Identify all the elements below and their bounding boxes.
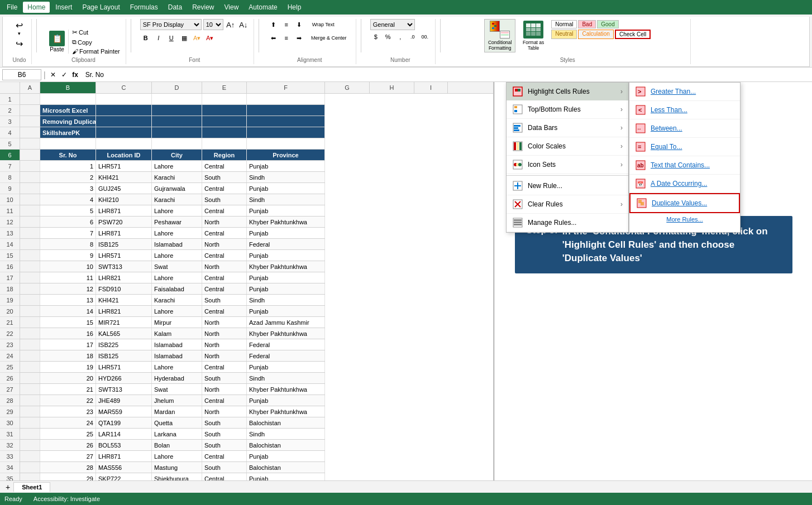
row-number[interactable]: 2 xyxy=(0,105,20,116)
name-box[interactable] xyxy=(2,69,41,80)
sub-duplicate-values[interactable]: Duplicate Values... xyxy=(629,193,740,213)
confirm-formula-button[interactable]: ✓ xyxy=(59,70,69,80)
insert-function-button[interactable]: fx xyxy=(70,70,80,80)
row-number[interactable]: 12 xyxy=(0,217,20,228)
more-rules[interactable]: More Rules... xyxy=(629,213,740,225)
wrap-text-button[interactable]: Wrap Text xyxy=(307,19,340,30)
sub-between[interactable]: ↔ Between... xyxy=(629,119,740,138)
style-bad[interactable]: Bad xyxy=(578,20,596,28)
row-number[interactable]: 4 xyxy=(0,127,20,138)
copy-button[interactable]: ⧉ Copy xyxy=(71,38,121,46)
cut-button[interactable]: ✂ Cut xyxy=(71,28,121,37)
menu-view[interactable]: View xyxy=(220,2,243,13)
style-check-cell[interactable]: Check Cell xyxy=(615,30,651,39)
border-button[interactable]: ▦ xyxy=(179,32,190,44)
align-top-button[interactable]: ⬆ xyxy=(268,19,279,30)
row-number[interactable]: 3 xyxy=(0,116,20,127)
dec-decrease-button[interactable]: 00. xyxy=(419,31,431,42)
row-number[interactable]: 29 xyxy=(0,406,20,417)
formula-input[interactable] xyxy=(83,69,810,80)
menu-file[interactable]: File xyxy=(2,2,22,13)
col-f[interactable]: F xyxy=(247,82,325,93)
cf-color-scales[interactable]: Color Scales › xyxy=(507,137,628,156)
row-number[interactable]: 24 xyxy=(0,350,20,362)
italic-button[interactable]: I xyxy=(153,32,164,44)
format-as-table-button[interactable]: Format as Table xyxy=(518,19,549,52)
style-good[interactable]: Good xyxy=(597,20,618,28)
row-number[interactable]: 13 xyxy=(0,228,20,239)
sub-greater-than[interactable]: > Greater Than... xyxy=(629,83,740,101)
col-h[interactable]: H xyxy=(370,82,414,93)
menu-insert[interactable]: Insert xyxy=(51,2,77,13)
cf-highlight-cells-rules[interactable]: Highlight Cells Rules › xyxy=(507,83,628,100)
sub-date-occurring[interactable]: 📅 A Date Occurring... xyxy=(629,175,740,193)
decrease-font-button[interactable]: A↓ xyxy=(238,19,249,30)
merge-center-button[interactable]: Merge & Center xyxy=(307,32,351,44)
row-number[interactable]: 33 xyxy=(0,451,20,462)
row-number[interactable]: 15 xyxy=(0,250,20,261)
sheet-tab-1[interactable]: Sheet1 xyxy=(13,482,50,492)
align-right-button[interactable]: ➡ xyxy=(294,32,305,44)
row-number[interactable]: 8 xyxy=(0,172,20,183)
sub-text-contains[interactable]: ab Text that Contains... xyxy=(629,156,740,175)
row-number[interactable]: 25 xyxy=(0,362,20,373)
menu-home[interactable]: Home xyxy=(23,2,50,13)
cf-new-rule[interactable]: New Rule... xyxy=(507,177,628,195)
row-number[interactable]: 32 xyxy=(0,440,20,451)
col-g[interactable]: G xyxy=(325,82,370,93)
align-left-button[interactable]: ⬅ xyxy=(268,32,279,44)
col-a[interactable]: A xyxy=(20,82,40,93)
menu-help[interactable]: Help xyxy=(283,2,306,13)
row-number[interactable]: 10 xyxy=(0,194,20,205)
cf-data-bars[interactable]: Data Bars › xyxy=(507,119,628,137)
cf-icon-sets[interactable]: Icon Sets › xyxy=(507,156,628,174)
col-i[interactable]: I xyxy=(414,82,448,93)
number-format-select[interactable]: General xyxy=(370,19,415,30)
align-center-button[interactable]: ≡ xyxy=(281,32,292,44)
col-b[interactable]: B xyxy=(40,82,96,93)
menu-review[interactable]: Review xyxy=(188,2,218,13)
row-number[interactable]: 35 xyxy=(0,473,20,480)
row-number[interactable]: 28 xyxy=(0,395,20,406)
style-normal[interactable]: Normal xyxy=(551,20,577,28)
font-family-select[interactable]: SF Pro Display xyxy=(140,19,202,30)
sub-less-than[interactable]: < Less Than... xyxy=(629,101,740,119)
currency-button[interactable]: $ xyxy=(370,31,381,42)
comma-button[interactable]: , xyxy=(395,31,406,42)
row-number[interactable]: 14 xyxy=(0,239,20,250)
col-c[interactable]: C xyxy=(96,82,152,93)
row-number[interactable]: 17 xyxy=(0,272,20,283)
row-number[interactable]: 1 xyxy=(0,94,20,105)
align-bottom-button[interactable]: ⬇ xyxy=(294,19,305,30)
menu-formulas[interactable]: Formulas xyxy=(126,2,163,13)
row-number[interactable]: 26 xyxy=(0,373,20,384)
dec-increase-button[interactable]: .0 xyxy=(407,31,418,42)
percent-button[interactable]: % xyxy=(383,31,394,42)
add-sheet-button[interactable]: + xyxy=(2,483,13,492)
row-number[interactable]: 22 xyxy=(0,328,20,339)
row-number[interactable]: 27 xyxy=(0,384,20,395)
row-number[interactable]: 23 xyxy=(0,339,20,350)
col-d[interactable]: D xyxy=(152,82,202,93)
cf-top-bottom-rules[interactable]: Top/Bottom Rules › xyxy=(507,100,628,119)
row-number[interactable]: 16 xyxy=(0,261,20,272)
row-number[interactable]: 9 xyxy=(0,183,20,194)
undo-button[interactable]: ↩ ▾ xyxy=(13,19,25,37)
cf-manage-rules[interactable]: Manage Rules... xyxy=(507,214,628,232)
row-number[interactable]: 5 xyxy=(0,138,20,150)
row-number[interactable]: 34 xyxy=(0,462,20,473)
row-number[interactable]: 31 xyxy=(0,429,20,440)
menu-data[interactable]: Data xyxy=(164,2,187,13)
format-painter-button[interactable]: 🖌 Format Painter xyxy=(71,47,121,55)
row-number[interactable]: 20 xyxy=(0,306,20,317)
cancel-formula-button[interactable]: ✕ xyxy=(48,70,58,80)
menu-page-layout[interactable]: Page Layout xyxy=(78,2,124,13)
conditional-formatting-button[interactable]: Conditional Formatting xyxy=(484,19,515,52)
col-e[interactable]: E xyxy=(202,82,247,93)
highlight-button[interactable]: A▾ xyxy=(192,32,203,44)
align-middle-button[interactable]: ≡ xyxy=(281,19,292,30)
row-number[interactable]: 7 xyxy=(0,161,20,172)
sub-equal-to[interactable]: = Equal To... xyxy=(629,138,740,156)
style-calculation[interactable]: Calculation xyxy=(578,30,613,39)
font-size-select[interactable]: 10 xyxy=(203,19,223,30)
